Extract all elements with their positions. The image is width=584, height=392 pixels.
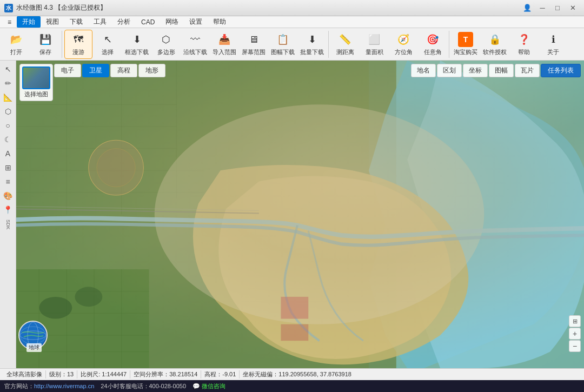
sidebar-btn-ruler[interactable]: 📐	[2, 91, 15, 104]
toolbar-btn-polygon[interactable]: ⬡多边形	[152, 30, 180, 59]
frame-dl2-label: 图幅下载	[271, 48, 295, 56]
toolbar-btn-license[interactable]: 🔒软件授权	[481, 30, 509, 59]
separator-14	[449, 31, 449, 58]
globe-area[interactable]: 地球	[18, 321, 50, 352]
screen-label: 屏幕范围	[242, 48, 266, 56]
sidebar-btn-pin[interactable]: 📍	[2, 203, 15, 216]
menubar: ≡开始视图下载工具分析CAD网络设置帮助	[0, 16, 584, 28]
batch-label: 批量下载	[300, 48, 324, 56]
user-button[interactable]: 👤	[520, 3, 534, 14]
screen-icon: 🖥	[246, 32, 261, 47]
license-icon: 🔒	[487, 32, 502, 47]
coord-value: 119.20955658, 37.8763918	[278, 371, 351, 377]
map-content[interactable]	[16, 61, 584, 368]
wechat-info[interactable]: 💬 微信咨询	[193, 382, 225, 390]
menu-item-start[interactable]: 开始	[17, 16, 41, 28]
right-tab-frame[interactable]: 图幅	[489, 64, 514, 77]
menu-item-cad[interactable]: CAD	[136, 17, 160, 27]
menu-item-view[interactable]: 视图	[41, 16, 64, 28]
map-area[interactable]: 选择地图 电子卫星高程地形 地名区划坐标图幅瓦片任务列表 ⊞ + −	[16, 61, 584, 368]
frame-dl2-icon: 📋	[275, 32, 290, 47]
toolbar-btn-frame-dl2[interactable]: 📋图幅下载	[269, 30, 297, 59]
bearing-label: 方位角	[395, 48, 413, 56]
toolbar-btn-help[interactable]: ❓帮助	[510, 30, 538, 59]
map-tab-elevation[interactable]: 高程	[110, 64, 137, 77]
menu-item-open[interactable]: ≡	[2, 17, 17, 27]
toolbar-btn-import[interactable]: 📥导入范围	[210, 30, 238, 59]
toolbar-btn-task[interactable]: 🎯任意角	[419, 30, 447, 59]
right-tab-coord[interactable]: 坐标	[463, 64, 488, 77]
import-label: 导入范围	[213, 48, 236, 56]
infobar: 官方网站：http://www.rivermap.cn 24小时客服电话：400…	[0, 380, 584, 392]
layer-label: 选择地图	[24, 90, 48, 98]
bearing-icon: 🧭	[396, 32, 411, 47]
import-icon: 📥	[217, 32, 232, 47]
menu-item-download[interactable]: 下载	[64, 16, 88, 28]
app-icon: 水	[4, 4, 13, 12]
sidebar-btn-polygon[interactable]: ⬡	[2, 105, 15, 118]
right-tab-tile[interactable]: 瓦片	[515, 64, 540, 77]
menu-item-analysis[interactable]: 分析	[112, 16, 136, 28]
toolbar-btn-screen[interactable]: 🖥屏幕范围	[240, 30, 268, 59]
select-label: 选择	[102, 48, 114, 56]
sidebar-btn-circle[interactable]: ○	[2, 119, 15, 132]
toolbar-btn-measure-area[interactable]: ⬜量面积	[360, 30, 388, 59]
zoom-out-button[interactable]: −	[569, 340, 581, 352]
menu-item-settings[interactable]: 设置	[184, 16, 208, 28]
menu-item-tools[interactable]: 工具	[88, 16, 112, 28]
spatial-res-label: 空间分辨率：	[134, 371, 169, 377]
service-phone: 24小时客服电话：400-028-0050	[101, 382, 186, 390]
sidebar-btn-arrow[interactable]: ↖	[2, 63, 15, 76]
toolbar-btn-save[interactable]: 💾保存	[31, 30, 59, 59]
layer-thumbnail[interactable]	[22, 67, 50, 89]
map-tab-electronic[interactable]: 电子	[54, 64, 81, 77]
toolbar-btn-line-dl[interactable]: 〰沿线下载	[181, 30, 209, 59]
separator-1	[62, 31, 62, 58]
satellite-background	[16, 61, 584, 368]
task-list-button[interactable]: 任务列表	[541, 64, 581, 77]
map-tab-terrain[interactable]: 地形	[138, 64, 165, 77]
website-link[interactable]: http://www.rivermap.cn	[34, 383, 94, 389]
open-label: 打开	[10, 48, 22, 56]
help-icon: ❓	[516, 32, 532, 47]
sidebar-btn-text[interactable]: A	[2, 147, 15, 160]
layer-selector[interactable]: 选择地图	[19, 64, 53, 101]
toolbar-btn-taobao[interactable]: T淘宝购买	[452, 30, 480, 59]
toolbar-btn-measure-dist[interactable]: 📏测距离	[331, 30, 359, 59]
toolbar-btn-batch[interactable]: ⬇批量下载	[298, 30, 326, 59]
sidebar-btn-pencil[interactable]: ✏	[2, 77, 15, 90]
frame-dl-label: 框选下载	[125, 48, 149, 56]
toolbar-btn-browse[interactable]: 🗺漫游	[64, 30, 92, 59]
sidebar-btn-grid[interactable]: ⊞	[2, 161, 15, 174]
batch-icon: ⬇	[304, 32, 320, 47]
measure-area-label: 量面积	[366, 48, 383, 56]
wechat-icon: 💬	[193, 383, 200, 389]
maximize-button[interactable]: □	[550, 3, 565, 14]
close-button[interactable]: ✕	[566, 3, 580, 14]
polygon-icon: ⬡	[158, 32, 174, 47]
map-tab-satellite[interactable]: 卫星	[82, 64, 109, 77]
imagery-label: 全球高清影像	[3, 370, 46, 378]
license-label: 软件授权	[483, 48, 507, 56]
sidebar-btn-palette[interactable]: 🎨	[2, 189, 15, 202]
save-icon: 💾	[38, 32, 53, 47]
minimize-button[interactable]: ─	[535, 3, 549, 14]
zoom-in-button[interactable]: +	[569, 328, 581, 340]
menu-item-network[interactable]: 网络	[160, 16, 184, 28]
zoom-fit-button[interactable]: ⊞	[569, 315, 581, 327]
sidebar-btn-layers[interactable]: ≡	[2, 175, 15, 188]
toolbar-btn-open[interactable]: 📂打开	[2, 30, 30, 59]
right-tab-district[interactable]: 区划	[437, 64, 462, 77]
toolbar-btn-bearing[interactable]: 🧭方位角	[389, 30, 417, 59]
task-icon: 🎯	[425, 32, 440, 47]
browse-label: 漫游	[72, 48, 84, 56]
elevation-value: -9.01	[222, 371, 236, 377]
toolbar-btn-frame-dl[interactable]: ⬇框选下载	[123, 30, 151, 59]
right-tab-place[interactable]: 地名	[411, 64, 436, 77]
sidebar-btn-moon[interactable]: ☾	[2, 133, 15, 146]
menu-item-help[interactable]: 帮助	[208, 16, 231, 28]
toolbar: 📂打开💾保存🗺漫游↖选择⬇框选下载⬡多边形〰沿线下载📥导入范围🖥屏幕范围📋图幅下…	[0, 28, 584, 61]
toolbar-btn-about[interactable]: ℹ关于	[539, 30, 567, 59]
website-label: 官方网站：	[4, 383, 34, 389]
toolbar-btn-select[interactable]: ↖选择	[94, 30, 122, 59]
